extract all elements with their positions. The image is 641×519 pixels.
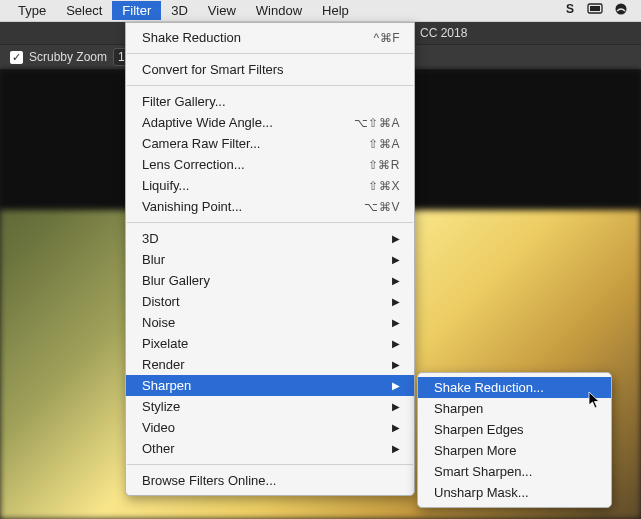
menuitem-label: Video [142, 420, 175, 435]
menuitem-render[interactable]: Render▶ [126, 354, 414, 375]
menuitem-label: Unsharp Mask... [434, 485, 529, 500]
menuitem-label: Adaptive Wide Angle... [142, 115, 273, 130]
menuitem-label: Sharpen More [434, 443, 516, 458]
menuitem-shortcut: ⇧⌘A [368, 137, 400, 151]
menubar-tray: S [563, 2, 633, 19]
menuitem-label: Stylize [142, 399, 180, 414]
submenu-arrow-icon: ▶ [392, 359, 400, 370]
submenu-arrow-icon: ▶ [392, 275, 400, 286]
menuitem-shortcut: ⌥⇧⌘A [354, 116, 400, 130]
scrubby-zoom-label: Scrubby Zoom [29, 50, 107, 64]
submenu-arrow-icon: ▶ [392, 296, 400, 307]
tray-cloud-icon[interactable] [613, 2, 629, 19]
menuitem-shortcut: ⇧⌘X [368, 179, 400, 193]
menu-select[interactable]: Select [56, 1, 112, 20]
menuitem-label: Noise [142, 315, 175, 330]
menuitem-label: Smart Sharpen... [434, 464, 532, 479]
menuitem-adaptive-wide-angle[interactable]: Adaptive Wide Angle... ⌥⇧⌘A [126, 112, 414, 133]
menuitem-label: Blur [142, 252, 165, 267]
menuitem-camera-raw-filter[interactable]: Camera Raw Filter... ⇧⌘A [126, 133, 414, 154]
menuitem-shortcut: ⌥⌘V [364, 200, 400, 214]
submenuitem-sharpen[interactable]: Sharpen [418, 398, 611, 419]
menuitem-label: Liquify... [142, 178, 189, 193]
menu-separator [127, 464, 413, 465]
sharpen-submenu: Shake Reduction... Sharpen Sharpen Edges… [417, 372, 612, 508]
menuitem-label: Filter Gallery... [142, 94, 226, 109]
menuitem-blur[interactable]: Blur▶ [126, 249, 414, 270]
menuitem-sharpen[interactable]: Sharpen▶ [126, 375, 414, 396]
submenuitem-sharpen-edges[interactable]: Sharpen Edges [418, 419, 611, 440]
submenu-arrow-icon: ▶ [392, 233, 400, 244]
menuitem-noise[interactable]: Noise▶ [126, 312, 414, 333]
menu-type[interactable]: Type [8, 1, 56, 20]
menubar: Type Select Filter 3D View Window Help S [0, 0, 641, 22]
menuitem-label: Blur Gallery [142, 273, 210, 288]
menu-window[interactable]: Window [246, 1, 312, 20]
menuitem-label: Browse Filters Online... [142, 473, 276, 488]
menuitem-lens-correction[interactable]: Lens Correction... ⇧⌘R [126, 154, 414, 175]
menuitem-label: Convert for Smart Filters [142, 62, 284, 77]
menuitem-stylize[interactable]: Stylize▶ [126, 396, 414, 417]
menu-separator [127, 222, 413, 223]
menuitem-label: Other [142, 441, 175, 456]
svg-text:S: S [566, 2, 574, 16]
menuitem-blur-gallery[interactable]: Blur Gallery▶ [126, 270, 414, 291]
submenuitem-smart-sharpen[interactable]: Smart Sharpen... [418, 461, 611, 482]
menuitem-browse-filters-online[interactable]: Browse Filters Online... [126, 470, 414, 491]
menuitem-label: Sharpen [142, 378, 191, 393]
submenu-arrow-icon: ▶ [392, 401, 400, 412]
submenuitem-unsharp-mask[interactable]: Unsharp Mask... [418, 482, 611, 503]
menuitem-label: Vanishing Point... [142, 199, 242, 214]
menu-separator [127, 53, 413, 54]
menu-view[interactable]: View [198, 1, 246, 20]
menu-help[interactable]: Help [312, 1, 359, 20]
menuitem-label: Shake Reduction [142, 30, 241, 45]
menuitem-label: Camera Raw Filter... [142, 136, 260, 151]
submenuitem-shake-reduction[interactable]: Shake Reduction... [418, 377, 611, 398]
submenu-arrow-icon: ▶ [392, 254, 400, 265]
menuitem-liquify[interactable]: Liquify... ⇧⌘X [126, 175, 414, 196]
submenuitem-sharpen-more[interactable]: Sharpen More [418, 440, 611, 461]
app-title: CC 2018 [420, 26, 467, 40]
menuitem-label: Shake Reduction... [434, 380, 544, 395]
menuitem-label: Render [142, 357, 185, 372]
menuitem-shortcut: ^⌘F [374, 31, 400, 45]
menuitem-vanishing-point[interactable]: Vanishing Point... ⌥⌘V [126, 196, 414, 217]
menu-filter[interactable]: Filter [112, 1, 161, 20]
menuitem-video[interactable]: Video▶ [126, 417, 414, 438]
menuitem-shake-reduction[interactable]: Shake Reduction ^⌘F [126, 27, 414, 48]
menuitem-pixelate[interactable]: Pixelate▶ [126, 333, 414, 354]
scrubby-zoom-checkbox[interactable]: ✓ [10, 51, 23, 64]
submenu-arrow-icon: ▶ [392, 380, 400, 391]
submenu-arrow-icon: ▶ [392, 317, 400, 328]
menuitem-label: Sharpen Edges [434, 422, 524, 437]
tray-s-icon[interactable]: S [563, 2, 577, 19]
menuitem-shortcut: ⇧⌘R [368, 158, 400, 172]
menuitem-filter-gallery[interactable]: Filter Gallery... [126, 91, 414, 112]
menuitem-label: Pixelate [142, 336, 188, 351]
menu-3d[interactable]: 3D [161, 1, 198, 20]
menuitem-label: 3D [142, 231, 159, 246]
menuitem-label: Lens Correction... [142, 157, 245, 172]
filter-dropdown: Shake Reduction ^⌘F Convert for Smart Fi… [125, 22, 415, 496]
menu-separator [127, 85, 413, 86]
svg-rect-2 [590, 6, 600, 11]
menuitem-label: Sharpen [434, 401, 483, 416]
menuitem-other[interactable]: Other▶ [126, 438, 414, 459]
menuitem-label: Distort [142, 294, 180, 309]
tray-display-icon[interactable] [587, 3, 603, 18]
submenu-arrow-icon: ▶ [392, 443, 400, 454]
submenu-arrow-icon: ▶ [392, 422, 400, 433]
menuitem-convert-smart-filters[interactable]: Convert for Smart Filters [126, 59, 414, 80]
menuitem-3d[interactable]: 3D▶ [126, 228, 414, 249]
submenu-arrow-icon: ▶ [392, 338, 400, 349]
menuitem-distort[interactable]: Distort▶ [126, 291, 414, 312]
